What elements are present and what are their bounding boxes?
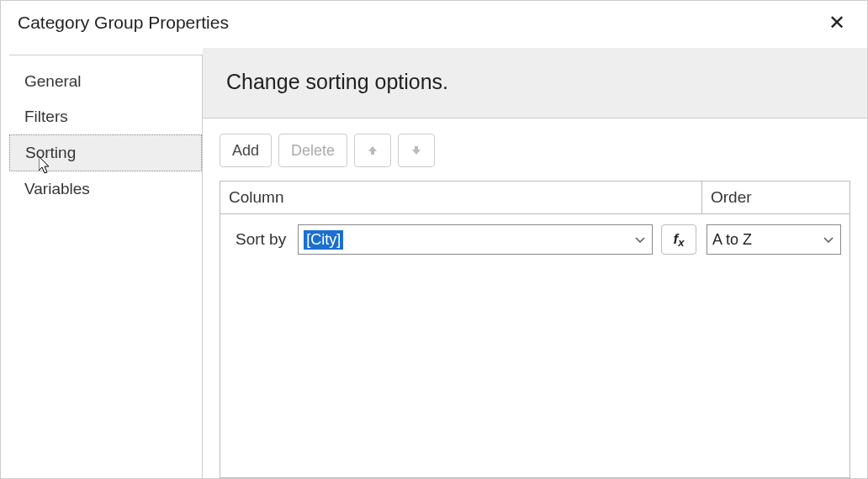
chevron-down-icon: [635, 233, 645, 246]
sidebar-item-label: Variables: [24, 180, 90, 197]
close-icon: ✕: [828, 11, 845, 34]
fx-icon: fx: [674, 231, 685, 248]
panel-content: Add Delete: [203, 118, 867, 478]
sort-toolbar: Add Delete: [220, 134, 850, 167]
delete-button-label: Delete: [291, 142, 335, 160]
order-header: Order: [702, 182, 849, 213]
sort-column-dropdown[interactable]: [City]: [298, 224, 653, 255]
chevron-down-icon: [823, 233, 834, 246]
add-button[interactable]: Add: [220, 134, 272, 167]
grid-header-row: Column Order: [220, 182, 849, 214]
sort-order-value: A to Z: [712, 231, 817, 249]
sort-column-value: [City]: [304, 230, 343, 250]
sidebar-item-label: General: [24, 72, 82, 90]
sort-row: Sort by [City] fx A to Z: [220, 214, 849, 265]
sidebar-item-variables[interactable]: Variables: [9, 171, 202, 207]
expression-button[interactable]: fx: [661, 224, 696, 255]
panel-header: Change sorting options.: [203, 48, 867, 118]
arrow-up-icon: [366, 144, 379, 157]
main-panel: Change sorting options. Add Delete: [203, 48, 867, 478]
arrow-down-icon: [410, 144, 423, 157]
dialog-title: Category Group Properties: [18, 13, 229, 33]
delete-button[interactable]: Delete: [278, 134, 347, 167]
titlebar: Category Group Properties ✕: [1, 1, 867, 48]
sidebar-item-label: Sorting: [25, 144, 76, 161]
sidebar-item-label: Filters: [24, 108, 68, 125]
close-button[interactable]: ✕: [822, 9, 852, 36]
add-button-label: Add: [232, 142, 259, 160]
sort-grid: Column Order Sort by [City]: [220, 181, 850, 478]
sidebar-item-filters[interactable]: Filters: [9, 99, 202, 134]
column-header: Column: [220, 182, 702, 213]
sidebar-item-general[interactable]: General: [9, 64, 202, 99]
move-down-button[interactable]: [398, 134, 435, 167]
sidebar-nav: General Filters Sorting Variables: [9, 55, 203, 478]
dialog-window: Category Group Properties ✕ General Filt…: [0, 0, 868, 479]
sidebar-item-sorting[interactable]: Sorting: [9, 134, 202, 171]
move-up-button[interactable]: [354, 134, 391, 167]
dialog-body: General Filters Sorting Variables Change…: [1, 48, 867, 478]
sort-by-label: Sort by: [236, 230, 286, 249]
sort-order-dropdown[interactable]: A to Z: [707, 224, 841, 255]
